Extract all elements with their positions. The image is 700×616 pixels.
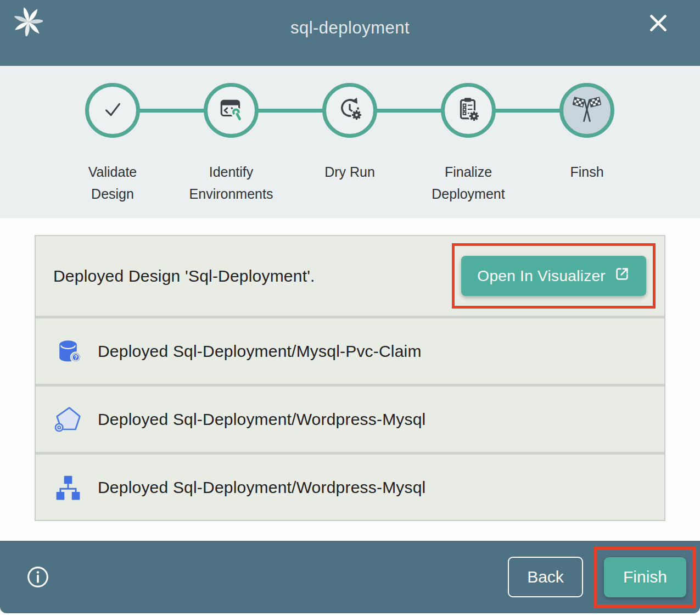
close-icon <box>647 28 670 36</box>
dry-run-icon <box>336 96 363 125</box>
step-circle-validate-design <box>85 83 140 138</box>
clipboard-gear-icon <box>455 96 482 125</box>
pentagon-icon <box>53 405 83 434</box>
step-label: Dry Run <box>305 161 395 183</box>
step-dry-run: Dry Run <box>290 83 409 205</box>
modal-header: sql-deployment <box>0 0 700 66</box>
close-button[interactable] <box>647 12 670 35</box>
info-button[interactable] <box>26 565 49 589</box>
annotation-box-finish: Finish <box>594 547 696 608</box>
step-circle-dry-run <box>322 83 377 138</box>
step-circle-finish <box>559 83 614 138</box>
step-circle-identify-environments <box>204 83 259 138</box>
finish-button[interactable]: Finish <box>604 557 686 597</box>
summary-text: Deployed Design 'Sql-Deployment'. <box>53 267 315 285</box>
step-label: Identify Environments <box>186 161 277 205</box>
hierarchy-icon <box>53 473 83 502</box>
step-circle-finalize-deployment <box>441 83 496 138</box>
result-text: Deployed Sql-Deployment/Wordpress-Mysql <box>98 410 425 429</box>
finish-flags-icon <box>573 95 601 126</box>
deployment-results-list: Deployed Design 'Sql-Deployment'. Open I… <box>35 235 665 521</box>
result-text: Deployed Sql-Deployment/Wordpress-Mysql <box>98 478 425 497</box>
results-panel: Deployed Design 'Sql-Deployment'. Open I… <box>0 218 700 541</box>
meshery-logo-icon <box>14 8 43 36</box>
step-finalize-deployment: Finalize Deployment <box>409 83 528 205</box>
step-finish: Finsh <box>528 83 646 205</box>
info-icon <box>26 582 49 590</box>
summary-row: Deployed Design 'Sql-Deployment'. Open I… <box>36 236 664 316</box>
annotation-box-visualizer: Open In Visualizer <box>452 243 656 309</box>
step-identify-environments: Identify Environments <box>172 83 290 205</box>
result-text: Deployed Sql-Deployment/Mysql-Pvc-Claim <box>98 342 422 361</box>
step-label: Validate Design <box>68 161 158 205</box>
step-validate-design: Validate Design <box>53 83 172 205</box>
result-row: Deployed Sql-Deployment/Wordpress-Mysql <box>36 452 664 520</box>
check-icon <box>100 97 125 124</box>
code-wrench-icon <box>217 96 245 125</box>
back-button[interactable]: Back <box>508 557 583 597</box>
svg-text:?: ? <box>74 354 77 360</box>
deployment-modal: sql-deployment Validate Design <box>0 0 700 613</box>
deployment-stepper: Validate Design Ident <box>0 66 700 218</box>
open-in-visualizer-button[interactable]: Open In Visualizer <box>461 256 646 296</box>
modal-footer: Back Finish <box>0 541 700 613</box>
open-in-visualizer-label: Open In Visualizer <box>477 267 606 285</box>
database-icon: ? <box>53 337 83 366</box>
modal-title: sql-deployment <box>290 18 410 38</box>
step-label: Finalize Deployment <box>423 161 514 205</box>
external-link-icon <box>614 266 630 286</box>
step-label: Finsh <box>542 161 632 183</box>
result-row: ? Deployed Sql-Deployment/Mysql-Pvc-Clai… <box>36 316 664 384</box>
result-row: Deployed Sql-Deployment/Wordpress-Mysql <box>36 384 664 452</box>
